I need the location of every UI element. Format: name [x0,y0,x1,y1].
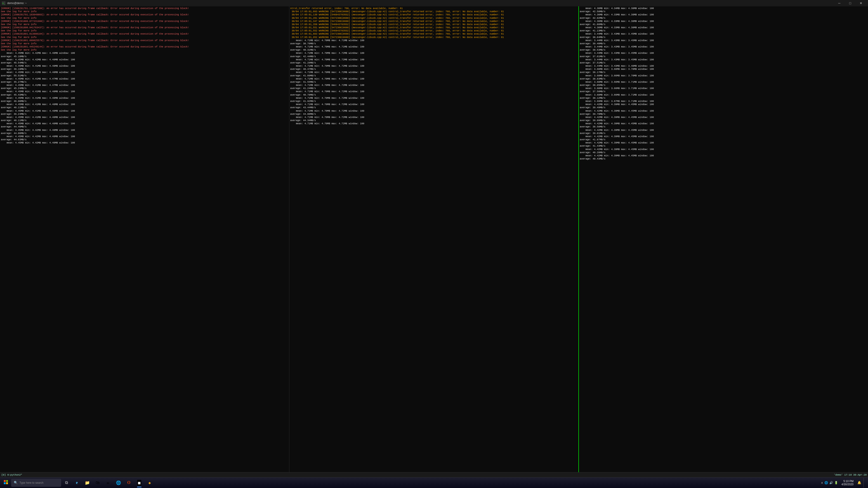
store-icon: 🛍 [96,480,100,485]
terminal-line: mean: 4.71MB min: 4.70MB max: 4.71MB win… [290,39,578,42]
terminal-line: 30/04 17:05:01,093 WARNING [5472308l8688… [290,10,578,13]
title-bar-controls: ─ □ ✕ [834,0,866,6]
terminal-line: mean: 4.45MB min: 4.41MB max: 4.48MB win… [1,116,288,119]
terminal-line: average: 40.47MB/s [290,68,578,71]
app-button[interactable]: ◆ [145,478,155,488]
terminal-line: average: 38.83MB/s [580,77,867,80]
terminal-line: average: 38.76MB/s [290,42,578,45]
terminal-line: mean: 4.71MB min: 4.70MB max: 4.72MB win… [290,122,578,125]
terminal-line: average: 39.09MB/s [580,119,867,122]
terminal-line: mean: 4.45MB min: 4.41MB max: 4.48MB win… [1,122,288,125]
terminal-line: average: 38.05MB/s [580,84,867,87]
title-bar: >_ demo@demo: ~ ─ □ ✕ [0,0,868,6]
terminal-line: average: 45.18MB/s [1,55,288,58]
terminal-line: mean: 4.42MB min: 4.39MB max: 4.45MB win… [580,103,867,106]
terminal-line: mean: 4.71MB min: 4.70MB max: 4.72MB win… [290,64,578,68]
terminal-line: mean: 4.42MB min: 4.39MB max: 4.45MB win… [580,116,867,119]
mail-button[interactable]: ✉ [103,478,113,488]
terminal-line: mean: 3.68MB min: 3.66MB max: 3.70MB win… [580,68,867,71]
terminal-line: mean: 4.71MB min: 4.70MB max: 4.72MB win… [290,84,578,87]
terminal-line: average: 40.43MB/s [580,157,867,160]
taskview-icon: ⧉ [65,481,68,485]
terminal-line: 30/04 17:05:01,139 WARNING [5468437835S2… [290,13,578,16]
terminal-line: mean: 4.45MB min: 4.42MB max: 4.48MB win… [1,52,288,55]
terminal-line: mean: 3.44MB min: 3.43MB max: 3.45MB win… [580,52,867,55]
terminal-line: mean: 4.42MB min: 4.39MB max: 4.45MB win… [580,129,867,132]
terminal-line: See the log for more info [1,23,288,26]
terminal-line: average: 45.43MB/s [1,93,288,96]
terminal-line: average: 41.13MB/s [580,29,867,32]
search-bar[interactable]: 🔍 Type here to search [11,479,61,487]
terminal-line: mean: 4.36MB min: 4.33MB max: 4.38MB win… [580,20,867,23]
terminal-line: average: 44.80MB/s [290,112,578,116]
chevron-up-icon[interactable]: ∧ [821,481,823,485]
terminal-line: mean: 3.44MB min: 3.43MB max: 3.45MB win… [580,58,867,61]
terminal-line: average: 39.49MB/s [580,106,867,109]
system-tray: ∧ 🌐 🔊 🔋 [819,481,840,485]
screen: >_ demo@demo: ~ ─ □ ✕ [ERROR] [158829179… [0,0,868,488]
terminal-line: average: 41.87MB/s [580,138,867,141]
svg-rect-2 [4,480,6,482]
terminal-line: mean: 4.45MB min: 4.42MB max: 4.48MB win… [1,58,288,61]
panes-container: [ERROR] [1588291791.114887289]: An error… [0,6,868,472]
terminal-line: average: 37.61MB/s [580,55,867,58]
terminal-line: average: 38.17MB/s [580,71,867,74]
terminal-line: [ERROR] [1588291791.114887289]: An error… [1,7,288,10]
terminal-line: average: 42.44MB/s [290,55,578,58]
terminal-line: average: 40.31MB/s [290,48,578,52]
terminal-line: mean: 3.44MB min: 3.43MB max: 3.45MB win… [580,39,867,42]
terminal-line: mean: 4.45MB min: 4.41MB max: 4.48MB win… [1,96,288,100]
browser-button[interactable]: 🌐 [114,478,123,488]
terminal-line: mean: 3.44MB min: 3.43MB max: 3.45MB win… [580,45,867,48]
terminal-line: average: 44.08MB/s [1,132,288,135]
time-display: 5:10 PM [843,480,854,483]
taskbar-right: ∧ 🌐 🔊 🔋 5:10 PM 4/30/2020 🔔 [819,478,867,488]
title-bar-left: >_ demo@demo: ~ [2,1,27,5]
explorer-button[interactable]: 📁 [82,478,92,488]
maximize-button[interactable]: □ [845,0,855,6]
terminal-line: average: 44.63MB/s [1,138,288,141]
network-icon[interactable]: 🌐 [825,481,828,485]
terminal-line: mean: 4.71MB min: 4.70MB max: 4.72MB win… [290,103,578,106]
terminal-line: [ERROR] [1588291800.877231906]: An error… [1,20,288,23]
terminal-line: average: 46.11MB/s [1,119,288,122]
terminal-line: average: 46.24MB/s [1,112,288,116]
terminal-line: 30/04 17:05:01,281 WARNING [5472308l8688… [290,17,578,20]
status-right: 'demo' 17:10 30-Apr-20 [834,474,867,476]
terminal-line: mean: 4.71MB min: 4.70MB max: 4.72MB win… [290,116,578,119]
office-button[interactable]: O [124,478,134,488]
edge-button[interactable]: e [72,478,82,488]
terminal-line: mean: 4.45MB min: 4.41MB max: 4.47MB win… [1,84,288,87]
terminal-content: [ERROR] [1588291791.114887289]: An error… [0,6,868,477]
terminal-line: mean: 4.71MB min: 4.70MB max: 4.72MB win… [290,109,578,112]
terminal-line: mean: 4.42MB min: 4.39MB max: 4.45MB win… [580,135,867,138]
terminal-line: mean: 4.45MB min: 4.41MB max: 4.48MB win… [1,90,288,93]
terminal-line: mean: 4.42MB min: 4.39MB max: 4.45MB win… [580,122,867,125]
terminal-line: mean: 4.45MB min: 4.41MB max: 4.48MB win… [1,109,288,112]
terminal-line: mean: 3.44MB min: 3.43MB max: 3.48MB win… [580,64,867,68]
volume-icon[interactable]: 🔊 [829,481,833,485]
terminal-taskbar-button[interactable]: ■ [134,478,144,488]
terminal-line: mean: 4.45MB min: 4.42MB max: 4.48MB win… [1,141,288,144]
terminal-line: mean: 4.45MB min: 4.41MB max: 4.48MB win… [1,71,288,74]
terminal-line: average: 41.09MB/s [290,74,578,77]
terminal-line: mean: 4.71MB min: 4.70MB max: 4.72MB win… [290,96,578,100]
clock[interactable]: 5:10 PM 4/30/2020 [840,480,855,486]
terminal-line: average: 41.26MB/s [290,61,578,64]
terminal-line: 30/04 17:05:01,350 WARNING [5468437835S2… [290,23,578,26]
close-button[interactable]: ✕ [856,0,866,6]
terminal-line: average: 45.27MB/s [1,80,288,84]
terminal-line: See the log for more info [1,48,288,52]
start-button[interactable] [1,478,11,488]
store-button[interactable]: 🛍 [93,478,103,488]
pane-left: [ERROR] [1588291791.114887289]: An error… [0,6,289,472]
terminal-line: [ERROR] [1588291791.193049803]: An error… [1,13,288,16]
taskview-button[interactable]: ⧉ [61,478,71,488]
notification-button[interactable]: 🔔 [855,478,863,488]
terminal-line: [ERROR] [1588291800.941763437]: An error… [1,26,288,29]
terminal-line: 30/04 17:05:01,883 WARNING [5472308l8688… [290,32,578,35]
minimize-button[interactable]: ─ [834,0,844,6]
show-desktop-button[interactable] [864,478,865,488]
terminal-line: average: 42.58MB/s [580,10,867,13]
svg-rect-5 [6,482,8,484]
